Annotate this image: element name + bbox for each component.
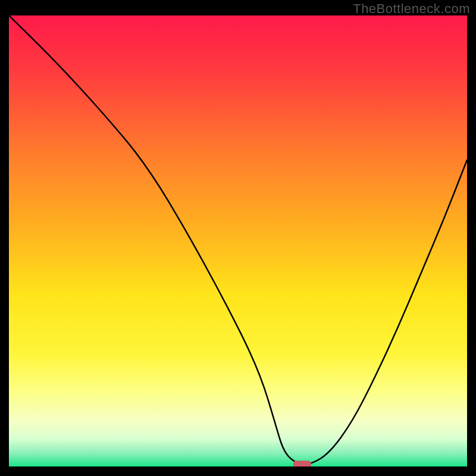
gradient-background xyxy=(9,15,467,466)
bottleneck-chart xyxy=(9,15,467,466)
chart-frame: TheBottleneck.com xyxy=(0,0,476,476)
watermark-text: TheBottleneck.com xyxy=(353,1,470,17)
plot-area xyxy=(9,15,467,466)
optimal-marker xyxy=(293,461,311,466)
